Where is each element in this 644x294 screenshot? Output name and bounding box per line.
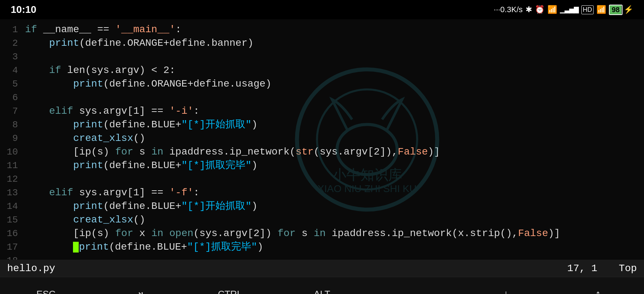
- line-number: 1: [4, 23, 18, 36]
- tab-icon: ⇥: [133, 287, 143, 294]
- line-content: elif sys.argv[1] == '-f':: [25, 186, 640, 200]
- line-content: [ip(s) for s in ipaddress.ip_network(str…: [25, 145, 640, 159]
- line-number: 6: [4, 91, 18, 104]
- line-content: print(define.BLUE+"[*]抓取完毕"): [25, 240, 640, 254]
- code-line: 3: [0, 50, 644, 64]
- dash-button[interactable]: -: [392, 289, 435, 294]
- arrow-down-icon: ↓: [503, 287, 509, 294]
- wifi-icon: 📶: [596, 5, 606, 14]
- code-line: 15 creat_xlsx(): [0, 213, 644, 227]
- dash-label: -: [413, 289, 416, 294]
- battery-icon: 98 ⚡: [609, 5, 633, 15]
- line-content: creat_xlsx(): [25, 213, 640, 227]
- line-number: 9: [4, 132, 18, 145]
- code-line: 9 creat_xlsx(): [0, 132, 644, 145]
- line-number: 18: [4, 254, 18, 260]
- line-number: 11: [4, 159, 18, 172]
- line-content: print(define.BLUE+"[*]开始抓取"): [25, 200, 640, 213]
- line-content: [ip(s) for x in open(sys.argv[2]) for s …: [25, 227, 640, 240]
- status-position: 17, 1 Top: [567, 263, 637, 274]
- line-number: 5: [4, 77, 18, 91]
- esc-button[interactable]: ESC: [25, 289, 68, 294]
- signal-icon-2: ▁▃▅▇: [560, 6, 579, 14]
- arrow-up-icon: ↑: [595, 287, 601, 294]
- line-content: creat_xlsx(): [25, 132, 640, 145]
- arrow-down-button[interactable]: ↓: [484, 287, 527, 294]
- line-content: print(define.ORANGE+define.usage): [25, 77, 640, 91]
- esc-label: ESC: [36, 289, 55, 294]
- network-indicator: ···0.3K/s: [494, 5, 523, 14]
- line-content: print(define.ORANGE+define.banner): [25, 36, 640, 50]
- code-line: 11 print(define.BLUE+"[*]抓取完毕"): [0, 159, 644, 172]
- line-number: 15: [4, 213, 18, 227]
- line-number: 7: [4, 104, 18, 118]
- ctrl-button[interactable]: CTRL: [209, 289, 252, 294]
- line-number: 2: [4, 36, 18, 50]
- status-bar: 10:10 ···0.3K/s ✱ ⏰ 📶 ▁▃▅▇ HD 📶 98 ⚡: [0, 0, 644, 19]
- line-number: 16: [4, 227, 18, 240]
- line-content: if __name__ == '__main__':: [25, 23, 640, 36]
- hd-badge: HD: [581, 5, 594, 14]
- line-number: 8: [4, 118, 18, 132]
- line-number: 13: [4, 186, 18, 200]
- code-line: 17 print(define.BLUE+"[*]抓取完毕"): [0, 240, 644, 254]
- status-icons: ···0.3K/s ✱ ⏰ 📶 ▁▃▅▇ HD 📶 98 ⚡: [494, 5, 633, 15]
- code-line: 13 elif sys.argv[1] == '-f':: [0, 186, 644, 200]
- code-line: 14 print(define.BLUE+"[*]开始抓取"): [0, 200, 644, 213]
- line-number: 12: [4, 172, 18, 186]
- code-line: 6: [0, 91, 644, 104]
- line-content: print(define.BLUE+"[*]抓取完毕"): [25, 159, 640, 172]
- code-line: 12: [0, 172, 644, 186]
- ctrl-label: CTRL: [218, 289, 242, 294]
- tab-button[interactable]: ⇥: [117, 287, 160, 294]
- code-line: 8 print(define.BLUE+"[*]开始抓取"): [0, 118, 644, 132]
- line-content: if len(sys.argv) < 2:: [25, 64, 640, 77]
- status-filename: hello.py: [7, 263, 55, 274]
- signal-icon: 📶: [547, 5, 557, 14]
- line-number: 4: [4, 64, 18, 77]
- alt-button[interactable]: ALT: [301, 289, 343, 294]
- line-number: 10: [4, 145, 18, 159]
- status-top: Top: [619, 263, 637, 274]
- code-line: 4 if len(sys.argv) < 2:: [0, 64, 644, 77]
- status-line: hello.py 17, 1 Top: [0, 260, 644, 277]
- code-line: 18: [0, 254, 644, 260]
- line-number: 17: [4, 240, 18, 254]
- code-line: 2 print(define.ORANGE+define.banner): [0, 36, 644, 50]
- code-line: 10 [ip(s) for s in ipaddress.ip_network(…: [0, 145, 644, 159]
- status-pos-num: 17, 1: [567, 263, 597, 274]
- code-line: 1if __name__ == '__main__':: [0, 23, 644, 36]
- code-line: 16 [ip(s) for x in open(sys.argv[2]) for…: [0, 227, 644, 240]
- cursor-block: [73, 242, 79, 253]
- code-line: 7 elif sys.argv[1] == '-i':: [0, 104, 644, 118]
- status-time: 10:10: [11, 4, 36, 15]
- line-number: 14: [4, 200, 18, 213]
- line-content: elif sys.argv[1] == '-i':: [25, 104, 640, 118]
- line-number: 3: [4, 50, 18, 64]
- arrow-up-button[interactable]: ↑: [576, 287, 619, 294]
- alt-label: ALT: [314, 289, 330, 294]
- bottom-toolbar: ESC ⇥ CTRL ALT - ↓ ↑: [0, 277, 644, 294]
- code-line: 5 print(define.ORANGE+define.usage): [0, 77, 644, 91]
- alarm-icon: ⏰: [535, 5, 545, 14]
- code-area: 1if __name__ == '__main__':2 print(defin…: [0, 19, 644, 260]
- line-content: print(define.BLUE+"[*]开始抓取"): [25, 118, 640, 132]
- bluetooth-icon: ✱: [526, 5, 532, 14]
